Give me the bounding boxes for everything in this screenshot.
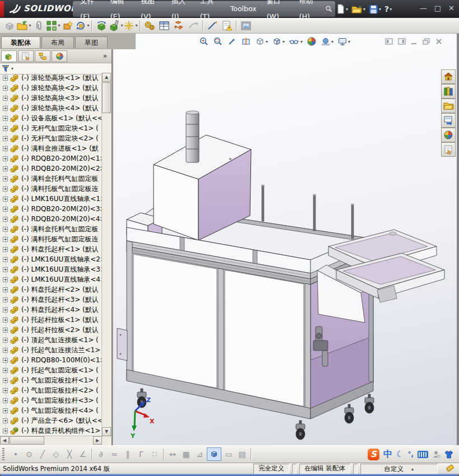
expand-icon[interactable]: + xyxy=(3,106,8,111)
rebuild-warning-icon[interactable] xyxy=(220,19,234,32)
tree-item[interactable]: +(-) 滚轮垫高块<1> (默认 xyxy=(0,73,102,83)
tree-item[interactable]: +(-) 料盘托起杆<4> (默认 xyxy=(0,305,102,315)
trim-icon[interactable]: ╳ xyxy=(63,450,76,459)
tree-item[interactable]: +(-) 滚轮垫高块<3> (默认 xyxy=(0,93,102,103)
mate-icon[interactable] xyxy=(31,19,46,32)
dropdown-icon[interactable]: ▾ xyxy=(266,39,268,44)
hide-show-items-button[interactable]: ▾ xyxy=(288,35,304,48)
tree-item[interactable]: +(-) 满料盒推进板<1> (默 xyxy=(0,143,102,153)
line-icon[interactable]: ╱ xyxy=(36,450,49,459)
spline-icon[interactable]: ≈ xyxy=(108,450,121,459)
section-rectangle-icon[interactable]: ▭ xyxy=(222,450,235,459)
user-account-icon[interactable] xyxy=(432,450,441,459)
maximize-button[interactable]: □ xyxy=(434,4,441,12)
tree-item[interactable]: +(-) 托起杆拉板<1> (默认 xyxy=(0,315,102,325)
tree-item[interactable]: +(-) 托起气缸连接法兰<1> xyxy=(0,345,102,355)
dropdown-icon[interactable]: ▾ xyxy=(135,23,137,28)
polygon-icon[interactable]: ◇ xyxy=(49,450,63,459)
expand-icon[interactable]: + xyxy=(3,408,8,413)
chinese-mode-icon[interactable]: 中 xyxy=(383,449,392,460)
tree-item[interactable]: +(-) 无杆气缸固定块<2> ( xyxy=(0,133,102,143)
tree-item[interactable]: +(-) RDQB80-100M(0)<1> ( xyxy=(0,355,102,365)
punctuation-icon[interactable]: °, xyxy=(407,450,414,458)
dropdown-icon[interactable]: ▾ xyxy=(29,23,31,28)
assembly-features-icon[interactable]: ▾ xyxy=(109,19,123,32)
expand-icon[interactable]: + xyxy=(3,328,8,333)
dropdown-icon[interactable]: ▾ xyxy=(390,7,392,12)
reference-geometry-icon[interactable]: ▾ xyxy=(123,19,138,32)
tree-item[interactable]: +(-) 满料托板气缸固定板连 xyxy=(0,184,102,194)
dropdown-icon[interactable]: ▾ xyxy=(120,23,123,28)
tree-item[interactable]: +(-) 气缸固定板拉杆<3> ( xyxy=(0,395,102,405)
new-document-button[interactable]: ▾ xyxy=(335,3,349,15)
expand-icon[interactable]: + xyxy=(3,247,8,252)
snapshot-icon[interactable] xyxy=(239,19,253,32)
tree-item[interactable]: +(-) LMK16UU直线轴承<1> xyxy=(0,194,102,204)
zoom-to-fit-button[interactable] xyxy=(198,35,210,48)
smart-dimension-icon[interactable]: ↔ xyxy=(166,450,179,459)
tree-item[interactable]: +(-) 托起气缸固定板<1> ( xyxy=(0,365,102,375)
soft-keyboard-icon[interactable] xyxy=(418,451,428,458)
expand-icon[interactable]: + xyxy=(3,86,8,91)
tree-item[interactable]: +(-) 料盘提升机构组件<1> xyxy=(0,426,102,436)
expand-icon[interactable]: + xyxy=(3,76,8,81)
dropdown-icon[interactable]: ▾ xyxy=(11,66,13,71)
pane-left-icon[interactable] xyxy=(385,38,393,45)
tree-item[interactable]: +(-) 托起杆拉板<2> (默认 xyxy=(0,325,102,335)
expand-icon[interactable]: + xyxy=(3,388,8,393)
tree-item[interactable]: +(-) RDQB20-20M(20)<2> ( xyxy=(0,164,102,174)
motion-study-icon[interactable] xyxy=(142,19,157,32)
measure-angle-icon[interactable]: ⊿ xyxy=(193,450,206,459)
view-orientation-button[interactable]: ▾ xyxy=(254,35,269,48)
solidworks-resources-button[interactable] xyxy=(441,69,456,84)
table-icon[interactable]: ▤ xyxy=(235,450,249,459)
tab-assembly[interactable]: 装配体 xyxy=(1,36,40,48)
expand-icon[interactable]: + xyxy=(3,277,8,282)
appearances-scenes-button[interactable] xyxy=(441,128,456,142)
expand-icon[interactable]: + xyxy=(3,368,8,373)
expand-icon[interactable]: + xyxy=(3,338,8,343)
tree-horizontal-scrollbar[interactable]: ◀ ▶ xyxy=(0,436,102,445)
tree-item[interactable]: +(-) 设备底板<1> (默认<< xyxy=(0,113,102,123)
tab-layout[interactable]: 布局 xyxy=(41,36,74,48)
expand-icon[interactable]: + xyxy=(3,358,8,363)
file-explorer-button[interactable] xyxy=(441,99,456,113)
curve-icon[interactable] xyxy=(205,19,220,32)
previous-view-button[interactable] xyxy=(226,35,238,48)
smart-fasteners-icon[interactable] xyxy=(61,19,75,32)
expand-icon[interactable]: + xyxy=(3,96,8,101)
tree-item[interactable]: +(-) 满料盒托料气缸固定板 xyxy=(0,174,102,184)
scroll-thumb[interactable] xyxy=(102,82,111,113)
edit-appearance-button[interactable] xyxy=(305,35,318,48)
filter-funnel-icon[interactable] xyxy=(2,65,10,72)
tag-icon[interactable] xyxy=(445,464,455,473)
open-part-icon[interactable]: ▾ xyxy=(17,19,31,32)
bill-of-materials-icon[interactable] xyxy=(157,19,171,32)
expand-icon[interactable]: + xyxy=(3,237,8,242)
show-hidden-components-icon[interactable] xyxy=(94,19,109,32)
dropdown-icon[interactable]: ▾ xyxy=(363,7,365,12)
perpendicular-icon[interactable]: Γ xyxy=(135,450,148,459)
tree-item[interactable]: +(-) 产品盒子<6> (默认<< xyxy=(0,416,102,426)
move-component-icon[interactable]: ▾ xyxy=(75,19,90,32)
tree-item[interactable]: +(-) 料盘托起杆<1> (默认 xyxy=(0,244,102,254)
doc-minimize-button[interactable] xyxy=(411,38,418,45)
minimize-button[interactable]: — xyxy=(420,4,427,12)
status-custom-cell[interactable]: 自定义▴ xyxy=(360,464,438,474)
expand-icon[interactable]: + xyxy=(3,156,8,161)
expand-icon[interactable]: + xyxy=(3,428,8,433)
search-icon[interactable] xyxy=(325,4,333,13)
tree-item[interactable]: +(-) 滚轮垫高块<2> (默认 xyxy=(0,83,102,93)
scroll-down-button[interactable]: ▼ xyxy=(102,427,111,436)
sketch-fillet-icon[interactable]: ∠ xyxy=(76,450,90,459)
circle-icon[interactable]: ⊙ xyxy=(22,450,36,459)
expand-icon[interactable]: + xyxy=(3,227,8,232)
scroll-right-button[interactable]: ▶ xyxy=(93,436,102,445)
expand-icon[interactable]: + xyxy=(3,318,8,323)
propertymanager-tab[interactable] xyxy=(18,50,34,62)
tree-item[interactable]: +(-) 料盘托起杆<3> (默认 xyxy=(0,295,102,305)
scroll-up-button[interactable]: ▲ xyxy=(102,73,111,82)
skin-shirt-icon[interactable] xyxy=(444,450,453,459)
expand-icon[interactable]: + xyxy=(3,116,8,121)
graphics-viewport[interactable]: ▾ ▾ ▾ ▾ ▾ xyxy=(114,34,457,445)
